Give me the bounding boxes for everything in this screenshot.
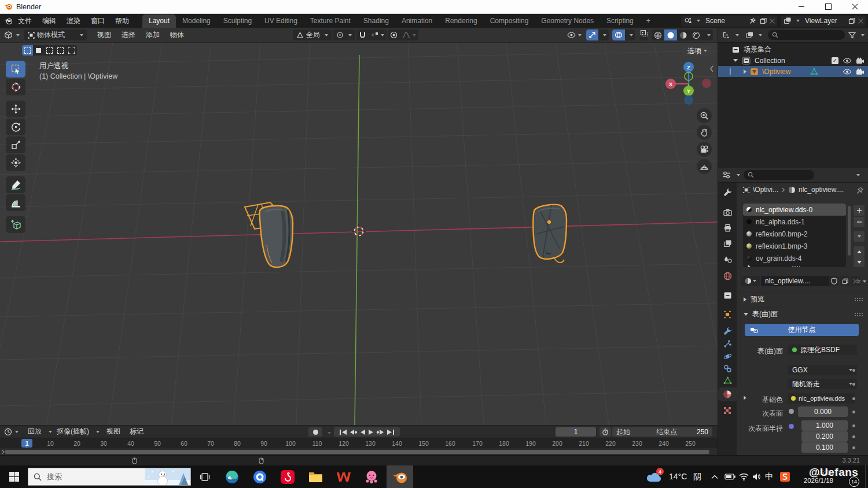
subsurface-node-dot-icon[interactable]: [789, 409, 794, 414]
filter-icon[interactable]: [847, 31, 856, 40]
weather-condition-label[interactable]: 阴: [693, 472, 701, 482]
animate-dot[interactable]: [852, 424, 855, 427]
properties-search-input[interactable]: [744, 170, 814, 180]
viewport-menu-object[interactable]: 物体: [165, 30, 189, 40]
copy-icon[interactable]: [759, 16, 768, 25]
scene-dropdown-icon[interactable]: [697, 20, 700, 22]
tool-transform[interactable]: [6, 154, 25, 171]
pin-id-icon[interactable]: [856, 187, 863, 194]
material-filter-icon[interactable]: [857, 277, 866, 286]
disable-render-camera-icon[interactable]: [856, 68, 865, 75]
select-mode-circle[interactable]: [44, 45, 55, 56]
toggle-orthographic-button[interactable]: [697, 159, 712, 174]
select-mode-box[interactable]: [33, 45, 44, 56]
tab-render[interactable]: [718, 205, 737, 219]
outliner-display-mode-icon[interactable]: [745, 31, 754, 40]
maximize-button[interactable]: [815, 0, 841, 13]
tab-modifiers[interactable]: [718, 324, 737, 338]
jump-to-end-button[interactable]: [386, 429, 395, 435]
next-keyframe-button[interactable]: [376, 429, 385, 435]
tab-animation[interactable]: Animation: [395, 14, 439, 28]
editor-type-icon[interactable]: [3, 31, 13, 40]
select-mode-extend[interactable]: [66, 45, 77, 56]
tab-texture[interactable]: [718, 404, 737, 417]
add-workspace-button[interactable]: +: [640, 14, 657, 28]
taskbar-app-octopus[interactable]: [359, 465, 384, 488]
animate-dot[interactable]: [852, 446, 855, 449]
radius-field-x[interactable]: 1.000: [801, 420, 848, 431]
add-slot-button[interactable]: [854, 205, 865, 216]
object-mirror-right[interactable]: [533, 205, 567, 263]
taskbar-app-file-explorer[interactable]: [303, 465, 328, 488]
shading-dropdown-icon[interactable]: [703, 29, 713, 40]
tab-layout[interactable]: Layout: [142, 14, 176, 28]
mode-selector[interactable]: 物体模式: [24, 29, 87, 40]
volume-tray-icon[interactable]: [749, 465, 764, 488]
radius-field-z[interactable]: 0.100: [801, 442, 848, 453]
scene-name[interactable]: Scene: [702, 17, 746, 25]
panel-drag-grip[interactable]: [854, 297, 863, 301]
timeline-expand-icon[interactable]: [1, 449, 5, 454]
scene-selector[interactable]: Scene: [681, 16, 777, 27]
taskbar-app-browser[interactable]: [247, 465, 273, 488]
shading-wireframe-button[interactable]: [652, 29, 664, 40]
task-view-button[interactable]: [192, 465, 218, 488]
transform-orientation-selector[interactable]: 全局: [293, 29, 332, 40]
outliner-editor-dropdown-icon[interactable]: [735, 34, 739, 36]
tool-move[interactable]: [6, 101, 25, 117]
breadcrumb-data-label[interactable]: nlc_optiview....: [799, 186, 844, 194]
tool-annotate[interactable]: [6, 176, 25, 193]
viewport-options-button[interactable]: 选项: [683, 46, 712, 56]
timeline-editor-dropdown-icon[interactable]: [15, 431, 19, 433]
copy-icon[interactable]: [847, 16, 856, 25]
current-frame-field[interactable]: 1: [556, 427, 596, 437]
radius-node-dot-icon[interactable]: [789, 424, 794, 429]
show-gizmo-toggle[interactable]: [586, 29, 598, 40]
weather-temp-label[interactable]: 14°C: [669, 472, 687, 481]
tab-view-layer[interactable]: [718, 236, 737, 250]
tool-add-cube[interactable]: [6, 216, 25, 233]
viewport-menu-select[interactable]: 选择: [117, 30, 140, 40]
use-nodes-button[interactable]: 使用节点: [745, 324, 859, 336]
navigation-gizmo[interactable]: Z X Y: [660, 59, 718, 111]
disable-render-camera-icon[interactable]: [856, 57, 865, 64]
tab-world[interactable]: [718, 269, 737, 283]
slot-row-0[interactable]: nlc_optiview.dds-0: [743, 204, 846, 216]
close-button[interactable]: [841, 0, 868, 13]
viewport-menu-view[interactable]: 视图: [93, 30, 116, 40]
play-button[interactable]: [367, 429, 375, 435]
hide-eye-icon[interactable]: [843, 57, 852, 64]
subsurface-method-selector[interactable]: 随机游走: [788, 379, 857, 389]
tab-scripting[interactable]: Scripting: [600, 14, 640, 28]
delete-scene-icon[interactable]: [770, 19, 775, 24]
taskbar-app-netease-music[interactable]: [275, 465, 300, 488]
slot-list-scrollbar[interactable]: [848, 206, 851, 256]
animate-dot[interactable]: [852, 435, 855, 438]
breadcrumb-object-label[interactable]: \Optivi...: [753, 186, 778, 194]
tool-cursor[interactable]: [6, 79, 25, 95]
radius-field-y[interactable]: 0.200: [801, 431, 848, 442]
list-expand-icon[interactable]: [748, 265, 751, 267]
copy-material-button[interactable]: [840, 276, 850, 286]
distribution-selector[interactable]: GGX: [788, 365, 857, 375]
battery-tray-icon[interactable]: [722, 465, 737, 488]
panel-drag-grip[interactable]: [854, 312, 863, 316]
overlays-dropdown-icon[interactable]: [625, 29, 635, 40]
playhead[interactable]: 1: [21, 439, 32, 448]
taskbar-app-wps[interactable]: [331, 465, 356, 488]
display-mode-dropdown-icon[interactable]: [759, 34, 762, 36]
slot-row-1[interactable]: nlc_alpha.dds-1: [743, 216, 846, 228]
editor-type-dropdown-icon[interactable]: [16, 34, 20, 36]
properties-editor-dropdown-icon[interactable]: [737, 174, 740, 176]
shading-rendered-button[interactable]: [690, 29, 703, 40]
menu-help[interactable]: 帮助: [110, 16, 134, 26]
tool-select-box[interactable]: [6, 61, 25, 77]
snap-target-selector[interactable]: [369, 29, 387, 40]
tab-object-data[interactable]: [718, 374, 737, 387]
timeline-menu-view[interactable]: 视图: [102, 427, 125, 437]
menu-file[interactable]: 文件: [13, 16, 37, 26]
remove-slot-button[interactable]: [854, 217, 865, 227]
play-reverse-button[interactable]: [359, 429, 366, 435]
panel-surface[interactable]: 表(曲)面: [737, 308, 868, 320]
auto-keying-toggle[interactable]: [308, 427, 322, 437]
